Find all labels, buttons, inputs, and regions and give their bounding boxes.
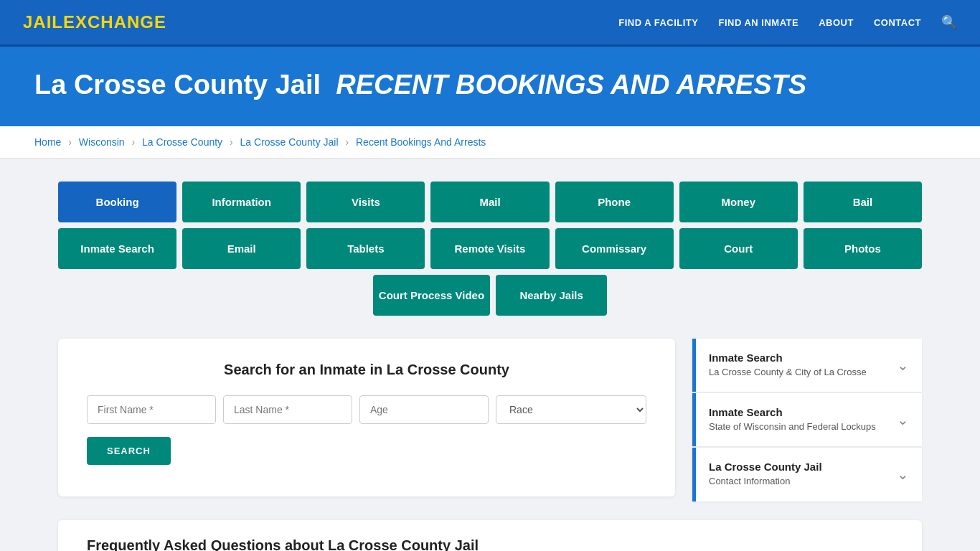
breadcrumb-jail[interactable]: La Crosse County Jail	[240, 136, 339, 148]
sidebar-item-inmate-search-state[interactable]: Inmate Search State of Wisconsin and Fed…	[692, 393, 922, 446]
chevron-down-icon-2: ⌄	[897, 466, 909, 483]
sidebar-item-subtitle-0: La Crosse County & City of La Crosse	[709, 366, 867, 379]
breadcrumb-current: Recent Bookings And Arrests	[356, 136, 486, 148]
breadcrumb-wisconsin[interactable]: Wisconsin	[79, 136, 125, 148]
hero-title-main: La Crosse County Jail	[34, 70, 321, 100]
tab-mail[interactable]: Mail	[430, 182, 549, 222]
sidebar-item-title-1: Inmate Search	[709, 406, 876, 418]
bottom-teaser-title: Frequently Asked Questions about La Cros…	[87, 537, 893, 551]
sidebar: Inmate Search La Crosse County & City of…	[692, 339, 922, 503]
hero-title-italic: Recent Bookings And Arrests	[336, 70, 806, 100]
search-title: Search for an Inmate in La Crosse County	[87, 362, 646, 378]
page-title: La Crosse County Jail Recent Bookings An…	[34, 70, 946, 100]
tab-booking[interactable]: Booking	[58, 182, 176, 222]
bottom-teaser: Frequently Asked Questions about La Cros…	[58, 520, 922, 551]
tab-remote-visits[interactable]: Remote Visits	[430, 228, 549, 269]
logo-part1: JAIL	[23, 12, 63, 32]
logo[interactable]: JAILEXCHANGE	[23, 12, 166, 32]
nav-links: FIND A FACILITY FIND AN INMATE ABOUT CON…	[618, 14, 957, 30]
content-wrapper: Booking Information Visits Mail Phone Mo…	[24, 159, 956, 551]
tab-tablets[interactable]: Tablets	[306, 228, 425, 269]
sidebar-item-title-0: Inmate Search	[709, 352, 867, 364]
sidebar-item-inmate-search-local[interactable]: Inmate Search La Crosse County & City of…	[692, 339, 922, 392]
last-name-input[interactable]	[223, 395, 352, 424]
tab-email[interactable]: Email	[182, 228, 301, 269]
tab-row-2: Inmate Search Email Tablets Remote Visit…	[58, 228, 922, 269]
nav-find-inmate[interactable]: FIND AN INMATE	[718, 17, 798, 28]
hero-section: La Crosse County Jail Recent Bookings An…	[0, 47, 980, 126]
sep1: ›	[68, 136, 72, 148]
breadcrumb-home[interactable]: Home	[34, 136, 61, 148]
race-select[interactable]: Race White Black Hispanic Asian Native A…	[496, 395, 646, 424]
sidebar-item-subtitle-2: Contact Information	[709, 475, 822, 488]
tab-court-process-video[interactable]: Court Process Video	[373, 275, 490, 316]
nav-about[interactable]: ABOUT	[819, 17, 854, 28]
search-icon[interactable]: 🔍	[941, 14, 957, 30]
search-fields: Race White Black Hispanic Asian Native A…	[87, 395, 646, 424]
tab-row-1: Booking Information Visits Mail Phone Mo…	[58, 182, 922, 222]
first-name-input[interactable]	[87, 395, 216, 424]
search-button[interactable]: SEARCH	[87, 437, 171, 465]
tab-nearby-jails[interactable]: Nearby Jails	[496, 275, 607, 316]
tab-commissary[interactable]: Commissary	[555, 228, 674, 269]
sep2: ›	[132, 136, 136, 148]
two-col-layout: Search for an Inmate in La Crosse County…	[58, 339, 922, 503]
age-input[interactable]	[359, 395, 489, 424]
breadcrumb: Home › Wisconsin › La Crosse County › La…	[0, 126, 980, 159]
tab-inmate-search[interactable]: Inmate Search	[58, 228, 176, 269]
search-box: Search for an Inmate in La Crosse County…	[58, 339, 675, 496]
sep4: ›	[345, 136, 349, 148]
tab-phone[interactable]: Phone	[555, 182, 674, 222]
tab-information[interactable]: Information	[182, 182, 301, 222]
breadcrumb-la-crosse-county[interactable]: La Crosse County	[142, 136, 222, 148]
nav-contact[interactable]: CONTACT	[874, 17, 921, 28]
sidebar-item-title-2: La Crosse County Jail	[709, 461, 822, 473]
tab-visits[interactable]: Visits	[306, 182, 425, 222]
logo-part2: EXCHANGE	[63, 12, 166, 32]
nav-find-facility[interactable]: FIND A FACILITY	[618, 17, 698, 28]
sep3: ›	[230, 136, 233, 148]
tab-row-3: Court Process Video Nearby Jails	[58, 275, 922, 316]
tab-court[interactable]: Court	[679, 228, 798, 269]
chevron-down-icon-1: ⌄	[897, 411, 909, 428]
sidebar-item-subtitle-1: State of Wisconsin and Federal Lockups	[709, 420, 876, 433]
tab-photos[interactable]: Photos	[804, 228, 922, 269]
navbar: JAILEXCHANGE FIND A FACILITY FIND AN INM…	[0, 0, 980, 47]
tab-bail[interactable]: Bail	[804, 182, 922, 222]
tab-money[interactable]: Money	[679, 182, 798, 222]
sidebar-item-contact-info[interactable]: La Crosse County Jail Contact Informatio…	[692, 448, 922, 501]
chevron-down-icon-0: ⌄	[897, 357, 909, 374]
